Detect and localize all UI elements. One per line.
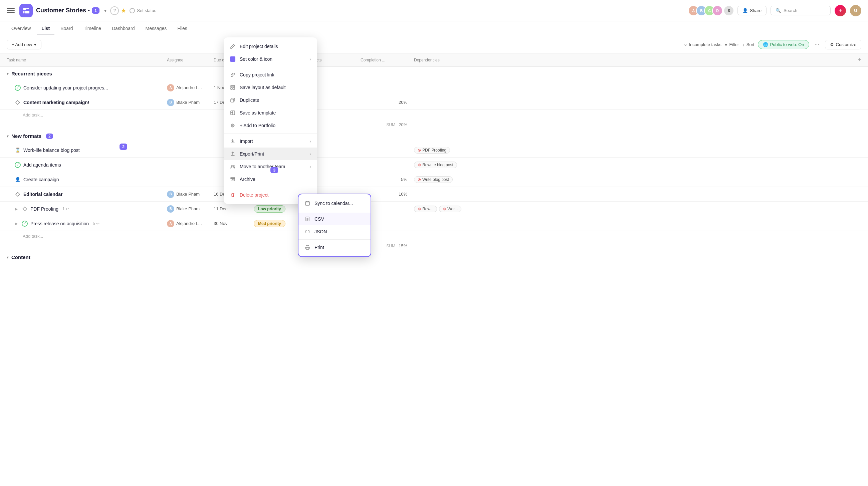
task-name: ▶ ✓ Press release on acquisition 5 ↩	[7, 221, 167, 227]
tab-timeline[interactable]: Timeline	[79, 23, 106, 34]
hamburger-icon[interactable]	[7, 7, 15, 15]
sort-button[interactable]: ↕ Sort	[742, 42, 754, 47]
table-header: Task name Assignee Due date Tags Project…	[0, 54, 868, 67]
sum-value: SUM 20%	[361, 122, 414, 127]
menu-item-copy-link[interactable]: Copy project link	[224, 68, 317, 81]
import-icon	[230, 138, 236, 144]
menu-item-export-print[interactable]: Export/Print ›	[224, 148, 317, 160]
avatar: A	[167, 84, 174, 92]
avatar: B	[167, 99, 174, 106]
menu-item-archive[interactable]: Archive	[224, 173, 317, 186]
task-deps: ⊗ PDF Proofing	[414, 147, 861, 154]
menu-item-edit-project[interactable]: Edit project details	[224, 40, 317, 53]
svg-rect-3	[25, 11, 29, 13]
section-content[interactable]: ▾ Content	[0, 250, 868, 264]
menu-item-label: Duplicate	[240, 97, 311, 103]
menu-divider	[299, 239, 371, 240]
add-task-button[interactable]: Add task...	[0, 231, 868, 241]
more-button[interactable]: ···	[813, 41, 822, 48]
section-recurrent-pieces[interactable]: ▾ Recurrent pieces	[0, 67, 868, 80]
info-icon[interactable]: ?	[110, 6, 119, 15]
section-caret-icon: ▾	[7, 255, 9, 260]
task-name: ⌛ Work-life balance blog post	[7, 147, 167, 153]
menu-item-sync-calendar[interactable]: Sync to calendar...	[299, 197, 371, 209]
calendar-icon	[305, 200, 310, 206]
expand-icon[interactable]: ▶	[15, 221, 18, 226]
task-name: ▶ PDF Proofing 1 ↩	[7, 206, 167, 212]
dep-icon: ⊗	[443, 206, 446, 211]
tab-messages[interactable]: Messages	[141, 23, 172, 34]
expand-icon[interactable]: ▶	[15, 206, 18, 211]
menu-item-add-portfolio[interactable]: + Add to Portfolio	[224, 119, 317, 132]
filter-button[interactable]: ≡ Filter	[725, 42, 739, 47]
svg-point-17	[233, 165, 235, 167]
task-name: ✓ Add agenda items	[7, 162, 167, 168]
star-icon[interactable]: ★	[121, 7, 126, 14]
task-assignee: B Blake Pham	[167, 191, 214, 198]
tab-files[interactable]: Files	[173, 23, 192, 34]
col-task-name: Task name	[7, 58, 167, 62]
menu-item-label: Save layout as default	[240, 85, 311, 90]
menu-item-label: + Add to Portfolio	[240, 123, 311, 128]
add-column-button[interactable]: +	[858, 56, 861, 63]
menu-item-label: Set color & icon	[240, 56, 306, 62]
delete-icon	[230, 192, 236, 198]
table-row: ✓ Consider updating your project progres…	[0, 80, 868, 95]
svg-rect-7	[231, 86, 235, 87]
menu-item-save-layout[interactable]: Save layout as default	[224, 81, 317, 94]
task-name: Editorial calendar	[7, 191, 167, 197]
add-task-button[interactable]: Add task...	[0, 110, 868, 120]
table-row: ✓ Add agenda items Med priority ⊗ Rewrit…	[0, 158, 868, 172]
tab-list[interactable]: List	[37, 23, 54, 34]
add-new-button[interactable]: + Add new ▾	[7, 40, 41, 50]
task-assignee: B Blake Pham	[167, 99, 214, 106]
svg-rect-8	[231, 88, 232, 90]
menu-item-duplicate[interactable]: Duplicate	[224, 94, 317, 106]
tab-board[interactable]: Board	[56, 23, 78, 34]
table-row: 👤 Create campaign Low priority 5% ⊗ Writ…	[0, 172, 868, 187]
csv-icon	[305, 216, 310, 222]
task-check-icon[interactable]: ✓	[22, 221, 28, 227]
user-avatar[interactable]: U	[850, 5, 861, 17]
dropdown-menu: Edit project details Set color & icon › …	[224, 37, 317, 204]
tab-dashboard[interactable]: Dashboard	[107, 23, 140, 34]
project-badge: 1	[92, 7, 99, 14]
step-badge-3: 3	[271, 167, 278, 173]
menu-item-print[interactable]: Print	[299, 241, 371, 254]
add-button[interactable]: +	[835, 5, 846, 17]
export-submenu: Sync to calendar... CSV JSON Print	[298, 194, 371, 257]
table-row: ⌛ Work-life balance blog post Med priori…	[0, 143, 868, 158]
color-icon	[230, 56, 236, 62]
share-icon: 👤	[742, 8, 748, 13]
public-web-button[interactable]: 🌐 Public to web: On	[758, 40, 809, 49]
menu-divider	[224, 133, 317, 133]
menu-item-save-template[interactable]: Save as template	[224, 106, 317, 119]
tab-overview[interactable]: Overview	[7, 23, 35, 34]
svg-point-16	[231, 165, 232, 167]
task-check-icon[interactable]: ✓	[15, 162, 21, 168]
filter-icon: ○	[684, 42, 687, 47]
menu-item-set-color[interactable]: Set color & icon ›	[224, 53, 317, 65]
menu-item-label: CSV	[314, 216, 365, 222]
search-box[interactable]: 🔍 Search	[771, 6, 831, 15]
task-assignee: A Alejandro L...	[167, 84, 214, 92]
share-button[interactable]: 👤 Share	[738, 6, 767, 15]
svg-marker-6	[23, 207, 27, 211]
menu-item-csv[interactable]: CSV	[299, 213, 371, 225]
chevron-down-icon[interactable]: ▾	[101, 7, 109, 14]
project-icon	[19, 4, 33, 18]
section-caret-icon: ▾	[7, 134, 9, 138]
menu-item-json[interactable]: JSON	[299, 225, 371, 238]
project-title: Customer Stories -	[36, 7, 90, 14]
incomplete-tasks-button[interactable]: ○ Incomplete tasks	[684, 42, 721, 47]
avatar: B	[167, 191, 174, 198]
set-status-button[interactable]: Set status	[129, 8, 156, 13]
edit-icon	[230, 43, 236, 50]
customize-button[interactable]: ⚙ Customize	[825, 40, 861, 50]
menu-divider	[224, 187, 317, 187]
menu-item-import[interactable]: Import ›	[224, 135, 317, 148]
task-check-icon[interactable]: ✓	[15, 85, 21, 91]
avatar-count[interactable]: 8	[724, 6, 734, 15]
avatar: B	[167, 205, 174, 213]
section-new-formats[interactable]: ▾ New formats 2	[0, 129, 868, 143]
